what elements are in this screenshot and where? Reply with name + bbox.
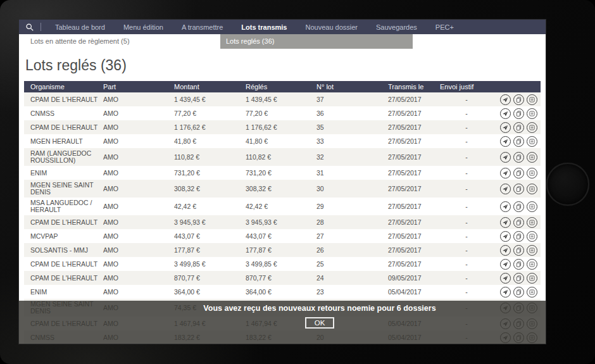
table-row[interactable]: MGEN HERAULT AMO 41,80 € 41,80 € 33 27/0… (24, 134, 541, 148)
subnav-item-lots-en-attente[interactable]: Lots en attente de règlement (5) (30, 37, 130, 45)
document-icon[interactable] (513, 168, 524, 179)
download-icon[interactable] (527, 217, 537, 228)
table-row[interactable]: CPAM DE L'HERAULT AMO 3 945,93 € 3 945,9… (24, 215, 541, 229)
document-icon[interactable] (513, 152, 524, 163)
table-row[interactable]: MGEN SEINE SAINT DENIS AMO 308,32 € 308,… (24, 180, 541, 198)
cell-envoi-justif: - (440, 260, 497, 268)
table-row[interactable]: CPAM DE L'HERAULT AMO 1 439,45 € 1 439,4… (24, 92, 541, 106)
document-icon[interactable] (513, 94, 524, 105)
download-icon[interactable] (527, 245, 537, 256)
cell-numero-lot: 29 (316, 203, 388, 210)
document-icon[interactable] (513, 108, 524, 119)
cell-actions (497, 122, 541, 133)
download-icon[interactable] (527, 168, 537, 179)
send-icon[interactable] (500, 152, 511, 163)
cell-montant: 1 439,45 € (174, 96, 246, 103)
document-icon[interactable] (513, 245, 524, 256)
table-row[interactable]: MSA LANGUEDOC / HERAULT AMO 42,42 € 42,4… (24, 198, 541, 215)
cell-actions (497, 273, 541, 284)
col-header-part: Part (103, 83, 174, 91)
document-icon[interactable] (513, 184, 524, 194)
cell-actions (497, 217, 541, 228)
cell-part: AMO (103, 274, 174, 282)
nav-item-sauvegardes[interactable]: Sauvegardes (376, 23, 417, 31)
cell-montant: 77,20 € (174, 110, 246, 117)
document-icon[interactable] (513, 273, 524, 284)
download-icon[interactable] (527, 136, 537, 147)
send-icon[interactable] (500, 168, 511, 179)
send-icon[interactable] (500, 201, 511, 212)
cell-actions (497, 152, 541, 163)
cell-envoi-justif: - (440, 203, 497, 210)
col-header-envoi-justif: Envoi justif (440, 83, 497, 91)
table-row[interactable]: CPAM DE L'HERAULT AMO 870,77 € 870,77 € … (24, 271, 541, 285)
nav-item-menu-edition[interactable]: Menu édition (123, 23, 163, 31)
send-icon[interactable] (500, 259, 511, 270)
table-row[interactable]: CNMSS AMO 77,20 € 77,20 € 36 27/05/2017 … (24, 106, 541, 120)
cell-actions (497, 245, 541, 256)
nav-item-pec-plus[interactable]: PEC+ (435, 23, 454, 31)
document-icon[interactable] (513, 287, 524, 298)
cell-envoi-justif: - (440, 153, 497, 161)
download-icon[interactable] (527, 108, 537, 119)
download-icon[interactable] (527, 184, 537, 194)
nav-item-nouveau-dossier[interactable]: Nouveau dossier (305, 23, 358, 31)
cell-organisme: ENIM (24, 168, 103, 179)
subnav-item-lots-regles[interactable]: Lots reglés (36) (220, 34, 413, 49)
download-icon[interactable] (527, 287, 537, 298)
table-row[interactable]: SOLSANTIS - MMJ AMO 177,87 € 177,87 € 26… (24, 243, 541, 257)
cell-regles: 41,80 € (246, 137, 316, 145)
nav-item-tableau-de-bord[interactable]: Tableau de bord (55, 23, 105, 31)
download-icon[interactable] (527, 201, 537, 212)
download-icon[interactable] (527, 273, 537, 284)
send-icon[interactable] (500, 136, 511, 147)
table-row[interactable]: MCVPAP AMO 443,07 € 443,07 € 27 27/05/20… (24, 229, 541, 243)
home-button[interactable] (546, 163, 589, 206)
table-row[interactable]: CPAM DE L'HERAULT AMO 1 176,62 € 1 176,6… (24, 120, 541, 134)
send-icon[interactable] (500, 273, 511, 284)
send-icon[interactable] (500, 217, 511, 228)
cell-transmis-le: 27/05/2017 (388, 123, 440, 131)
col-header-montant: Montant (174, 83, 246, 91)
table-row[interactable]: ENIM AMO 364,00 € 364,00 € 23 05/04/2017… (24, 285, 541, 299)
send-icon[interactable] (500, 94, 511, 105)
cell-numero-lot: 25 (316, 260, 388, 268)
document-icon[interactable] (513, 217, 524, 228)
nav-item-lots-transmis[interactable]: Lots transmis (241, 23, 287, 31)
cell-numero-lot: 37 (316, 96, 388, 103)
cell-regles: 308,32 € (246, 185, 316, 192)
document-icon[interactable] (513, 122, 524, 133)
send-icon[interactable] (500, 184, 511, 194)
document-icon[interactable] (513, 259, 524, 270)
send-icon[interactable] (500, 245, 511, 256)
document-icon[interactable] (513, 231, 524, 242)
cell-numero-lot: 30 (316, 185, 388, 192)
nav-item-a-transmettre[interactable]: A transmettre (182, 23, 223, 31)
cell-montant: 110,82 € (174, 153, 246, 161)
table-row[interactable]: ENIM AMO 731,20 € 731,20 € 31 27/05/2017… (24, 166, 541, 180)
download-icon[interactable] (527, 259, 537, 270)
cell-envoi-justif: - (440, 232, 497, 240)
download-icon[interactable] (527, 231, 537, 242)
nav-separator (41, 23, 41, 31)
document-icon[interactable] (513, 201, 524, 212)
cell-numero-lot: 28 (316, 218, 388, 226)
cell-organisme: CPAM DE L'HERAULT (24, 122, 103, 133)
ok-button[interactable]: OK (305, 317, 335, 329)
cell-montant: 41,80 € (174, 137, 246, 145)
send-icon[interactable] (500, 122, 511, 133)
send-icon[interactable] (500, 287, 511, 298)
document-icon[interactable] (513, 136, 524, 147)
download-icon[interactable] (527, 94, 537, 105)
cell-regles: 110,82 € (246, 153, 316, 161)
download-icon[interactable] (527, 122, 537, 133)
search-icon[interactable] (25, 23, 34, 32)
send-icon[interactable] (500, 108, 511, 119)
download-icon[interactable] (527, 152, 537, 163)
table-row[interactable]: RAM (LANGUEDOC ROUSSILLON) AMO 110,82 € … (24, 148, 541, 166)
cell-organisme: CNMSS (24, 108, 103, 119)
table-row[interactable]: CPAM DE L'HERAULT AMO 3 499,85 € 3 499,8… (24, 257, 541, 271)
send-icon[interactable] (500, 231, 511, 242)
cell-montant: 42,42 € (174, 203, 246, 210)
cell-montant: 443,07 € (174, 232, 246, 240)
